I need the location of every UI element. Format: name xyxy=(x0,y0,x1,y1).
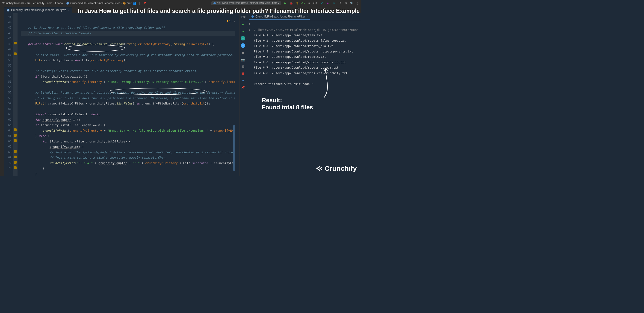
git-push-icon[interactable]: ➤ xyxy=(326,1,330,5)
debug-icon[interactable]: 🐞 xyxy=(289,1,293,5)
ai-icon: A xyxy=(227,20,228,22)
git-pull-icon[interactable]: ⇲ xyxy=(332,1,336,5)
editor-scrollbar[interactable] xyxy=(233,125,235,171)
run-panel: Run: CrunchifyFileSearchUsingFilenameFil… xyxy=(239,13,362,176)
stop-icon[interactable]: ■ xyxy=(307,1,311,5)
main-area: 434445 464748 495051 525354 555657 58596… xyxy=(0,13,362,176)
pin-icon[interactable]: 📌 xyxy=(241,85,245,89)
badge-icon[interactable]: ≡ xyxy=(241,36,245,40)
svg-text:C: C xyxy=(8,9,9,11)
toolbar-right: CRUNCHIFYFILESEARCHUSINGFILENAMEFILTER ▾… xyxy=(211,1,360,5)
git-branch-icon[interactable]: ⎇ xyxy=(320,1,324,5)
editor-tab[interactable]: C CrunchifyFileSearchUsingFilenameFilter… xyxy=(4,7,72,13)
down-icon[interactable]: ↓ xyxy=(249,28,250,32)
left-tool-strip[interactable] xyxy=(0,13,4,176)
code-area[interactable]: // In Java How to get list of files and … xyxy=(21,13,235,176)
more-icon[interactable]: ⋮ xyxy=(350,15,354,19)
run-side-toolbar: ▶ ⚙ ≡ + ■ 📷 🖶 🗑 ⊞ 📌 xyxy=(240,20,246,176)
rerun-icon[interactable]: ▶ xyxy=(241,22,245,26)
crumb[interactable]: src xyxy=(27,1,30,5)
crumb[interactable]: crur xyxy=(127,1,132,5)
gutter-marks xyxy=(13,13,18,176)
crumb[interactable]: CrunchifyFileSearchUsingFilenameFilter xyxy=(70,1,120,5)
layout-icon[interactable]: ⊞ xyxy=(241,78,245,82)
inspection-stripe[interactable] xyxy=(235,13,239,176)
crunchify-logo: Crunchify xyxy=(315,164,357,172)
hide-icon[interactable]: — xyxy=(356,15,360,19)
svg-text:m: m xyxy=(123,2,125,4)
delete-icon[interactable]: 🗑 xyxy=(241,71,245,75)
crumb[interactable]: tutorial xyxy=(55,1,64,5)
git-label: Git: xyxy=(313,1,318,5)
users-icon[interactable]: 👥 xyxy=(133,1,136,5)
method-icon: m xyxy=(122,1,126,5)
history-icon[interactable]: ↺ xyxy=(338,1,342,5)
hammer-icon[interactable]: ⚒ xyxy=(143,1,146,5)
run-label: Run: xyxy=(241,15,247,18)
class-icon: C xyxy=(66,1,70,5)
result-overlay: Result: Found total 8 files xyxy=(262,97,313,111)
fold-column[interactable] xyxy=(18,13,21,176)
camera-icon[interactable]: 📷 xyxy=(241,58,245,62)
logo-text: Crunchify xyxy=(324,164,357,172)
title-overlay: In Java How to get list of files and sea… xyxy=(78,7,360,14)
play-icon[interactable]: ▶ xyxy=(283,1,287,5)
settings-icon[interactable]: ⚙ xyxy=(241,29,245,33)
run-config-label: CRUNCHIFYFILESEARCHUSINGFILENAMEFILTER xyxy=(217,2,277,4)
svg-point-4 xyxy=(214,2,216,4)
up-icon[interactable]: ↑ xyxy=(249,22,250,25)
more-icon[interactable]: ⋮ xyxy=(356,1,360,5)
run-tab[interactable]: CrunchifyFileSearchUsingFilenameFilter × xyxy=(250,14,310,19)
badge-add-icon[interactable]: + xyxy=(241,43,245,48)
stop-icon[interactable]: ■ xyxy=(241,51,245,55)
class-icon xyxy=(251,15,254,18)
crumb[interactable]: crunchify xyxy=(33,1,44,5)
crumb[interactable]: CrunchifyTutorials xyxy=(2,1,24,5)
inspection-indicator[interactable]: A3 ↑↓ xyxy=(227,20,235,22)
chevron-down-icon: ▾ xyxy=(278,2,279,5)
coverage-icon[interactable]: ◷ xyxy=(295,1,299,5)
print-icon[interactable]: 🖶 xyxy=(241,64,245,69)
run-tab-name: CrunchifyFileSearchUsingFilenameFilter xyxy=(256,15,305,18)
run-configuration-selector[interactable]: CRUNCHIFYFILESEARCHUSINGFILENAMEFILTER ▾ xyxy=(211,1,281,5)
search-icon[interactable]: 🔍 xyxy=(350,1,354,5)
svg-text:C: C xyxy=(67,2,69,4)
line-gutter: 434445 464748 495051 525354 555657 58596… xyxy=(4,13,13,176)
logo-icon xyxy=(315,165,323,172)
crumb[interactable]: com xyxy=(47,1,52,5)
tab-name: CrunchifyFileSearchUsingFilenameFilter.j… xyxy=(11,8,66,12)
breadcrumb[interactable]: CrunchifyTutorials› src› crunchify› com›… xyxy=(2,1,132,5)
close-icon[interactable]: × xyxy=(306,15,308,18)
class-icon: C xyxy=(6,8,10,12)
rollback-icon[interactable]: ⟲ xyxy=(344,1,348,5)
up-icon[interactable]: ↑ xyxy=(232,20,233,22)
arrow-annotation xyxy=(324,68,333,98)
svg-point-7 xyxy=(252,15,254,18)
close-icon[interactable]: × xyxy=(68,8,70,12)
down-icon[interactable]: ↓ xyxy=(234,20,235,22)
editor[interactable]: 434445 464748 495051 525354 555657 58596… xyxy=(4,13,239,176)
divider-icon: ｜ xyxy=(138,1,142,5)
profile-icon[interactable]: ⊙▾ xyxy=(301,1,305,5)
top-toolbar: CrunchifyTutorials› src› crunchify› com›… xyxy=(0,0,362,6)
